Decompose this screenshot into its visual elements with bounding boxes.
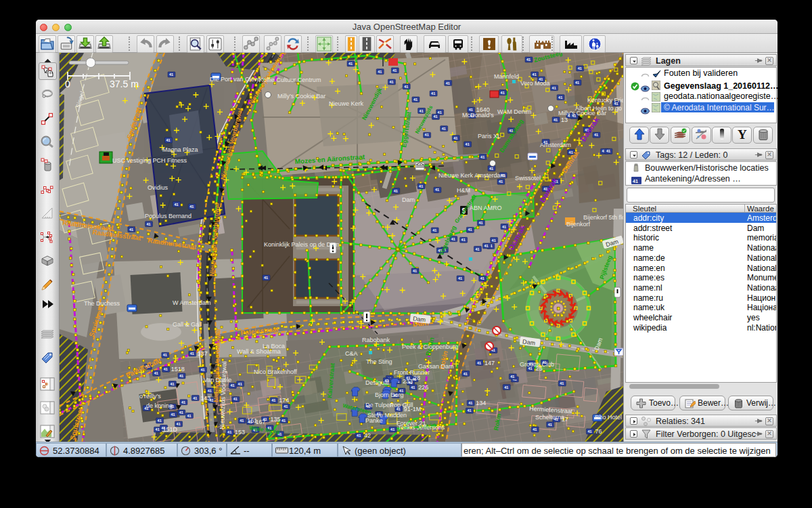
svg-text:Nieuwe Kerk Amsterdam: Nieuwe Kerk Amsterdam	[438, 172, 505, 179]
svg-text:Swissotel: Swissotel	[515, 175, 541, 182]
svg-text:41: 41	[170, 382, 174, 386]
svg-text:41: 41	[526, 58, 531, 62]
svg-text:41: 41	[560, 381, 564, 385]
svg-text:41: 41	[411, 385, 415, 389]
svg-text:76: 76	[595, 428, 602, 435]
svg-text:41: 41	[378, 70, 382, 74]
svg-text:Bijenkorf 5th floor: Bijenkorf 5th floor	[583, 214, 623, 221]
svg-text:41: 41	[238, 382, 242, 386]
svg-text:41: 41	[174, 203, 178, 207]
svg-text:The Sting: The Sting	[366, 358, 392, 365]
svg-text:41: 41	[169, 72, 173, 77]
svg-text:41: 41	[442, 127, 446, 131]
svg-text:Ovidius: Ovidius	[148, 184, 168, 191]
svg-text:41: 41	[271, 398, 275, 402]
svg-text:41: 41	[281, 419, 286, 423]
svg-text:Y: Y	[738, 127, 747, 141]
svg-text:41: 41	[179, 410, 183, 415]
svg-text:Vero Moda: Vero Moda	[520, 80, 550, 87]
svg-text:41: 41	[575, 81, 579, 85]
svg-text:41: 41	[492, 238, 496, 242]
svg-text:41: 41	[413, 269, 417, 273]
svg-text:ABN AMRO: ABN AMRO	[470, 205, 502, 211]
svg-text:167: 167	[256, 419, 266, 425]
svg-text:41: 41	[633, 179, 638, 184]
svg-text:Nico Brakenhoff: Nico Brakenhoff	[254, 368, 297, 375]
svg-text:41: 41	[425, 133, 429, 137]
svg-text:41: 41	[501, 91, 505, 95]
svg-text:41: 41	[193, 396, 197, 400]
svg-text:147: 147	[484, 360, 495, 366]
svg-text:41: 41	[177, 422, 181, 426]
svg-text:Grootte Club: Grootte Club	[520, 361, 554, 368]
svg-text:41: 41	[594, 133, 598, 137]
svg-text:41: 41	[404, 85, 408, 89]
svg-text:41: 41	[453, 136, 457, 140]
svg-text:41: 41	[154, 371, 158, 375]
svg-text:o’reilly’s: o’reilly’s	[139, 393, 161, 400]
svg-text:Schelterna: Schelterna	[535, 414, 564, 421]
svg-text:41: 41	[606, 149, 610, 153]
svg-text:41: 41	[446, 81, 450, 85]
svg-text:41: 41	[147, 222, 151, 226]
svg-text:41: 41	[458, 276, 462, 280]
svg-text:Koffie Cultuur Centrum: Koffie Cultuur Centrum	[259, 77, 321, 83]
svg-text:Bijenkorf: Bijenkorf	[566, 221, 591, 228]
svg-text:Gall & Gall: Gall & Gall	[173, 321, 202, 328]
svg-text:Nieuwe Kerk: Nieuwe Kerk	[329, 100, 364, 107]
svg-text:41: 41	[179, 374, 183, 378]
svg-text:41: 41	[468, 401, 472, 405]
svg-text:151D: 151D	[163, 426, 178, 433]
svg-text:41: 41	[578, 66, 582, 70]
svg-text:135: 135	[271, 416, 281, 423]
svg-text:41: 41	[499, 179, 503, 184]
svg-text:Dam: Dam	[413, 315, 426, 323]
svg-text:41: 41	[480, 276, 484, 280]
svg-text:41: 41	[502, 225, 506, 229]
svg-text:41: 41	[240, 419, 244, 423]
svg-text:41: 41	[171, 412, 175, 417]
svg-text:Paris XL: Paris XL	[478, 133, 501, 140]
svg-text:37.5 m: 37.5 m	[110, 79, 139, 89]
svg-text:41: 41	[348, 62, 353, 66]
svg-text:41: 41	[129, 228, 133, 232]
svg-text:41: 41	[284, 404, 288, 408]
svg-text:Populus Bernand: Populus Bernand	[145, 213, 191, 219]
svg-text:41: 41	[264, 276, 268, 280]
svg-text:41: 41	[187, 414, 191, 418]
svg-text:174: 174	[279, 397, 289, 404]
svg-text:41: 41	[158, 419, 162, 423]
svg-text:41: 41	[357, 433, 361, 438]
svg-text:Bjorn Borg: Bjorn Borg	[375, 391, 404, 398]
svg-text:41: 41	[461, 238, 466, 242]
svg-text:41: 41	[480, 155, 484, 159]
svg-text:41: 41	[413, 98, 418, 102]
svg-text:41: 41	[587, 429, 591, 433]
svg-text:41: 41	[489, 167, 493, 171]
svg-text:41: 41	[433, 114, 437, 119]
svg-text:41: 41	[233, 397, 238, 401]
svg-text:H&M: H&M	[457, 187, 470, 194]
svg-text:41: 41	[464, 372, 468, 376]
svg-text:41: 41	[548, 423, 552, 427]
svg-text:Albert Heijn to go: Albert Heijn to go	[575, 105, 622, 112]
svg-text:Panke: Panke	[365, 417, 383, 424]
svg-text:McDonald’s: McDonald’s	[462, 112, 494, 119]
svg-text:41: 41	[389, 80, 393, 84]
svg-text:Van Daele: Van Daele	[204, 377, 231, 383]
svg-text:Die Port van Cleve: Die Port van Cleve	[210, 76, 261, 83]
svg-text:41: 41	[435, 188, 439, 192]
svg-text:41: 41	[227, 430, 231, 434]
svg-text:41: 41	[156, 427, 160, 431]
svg-text:41: 41	[478, 221, 482, 225]
svg-text:41: 41	[163, 353, 167, 357]
svg-text:The Duchess: The Duchess	[84, 300, 120, 307]
svg-text:41: 41	[392, 68, 397, 72]
svg-text:134: 134	[476, 400, 486, 406]
svg-text:41: 41	[432, 228, 436, 232]
svg-text:Dam: Dam	[402, 196, 415, 203]
svg-text:Rabobank: Rabobank	[362, 337, 390, 343]
svg-text:Milly’s Cookie Bar: Milly’s Cookie Bar	[277, 93, 325, 100]
svg-text:41: 41	[438, 110, 442, 114]
svg-text:Koninklijk Paleis op de Dam: Koninklijk Paleis op de Dam	[264, 241, 340, 248]
